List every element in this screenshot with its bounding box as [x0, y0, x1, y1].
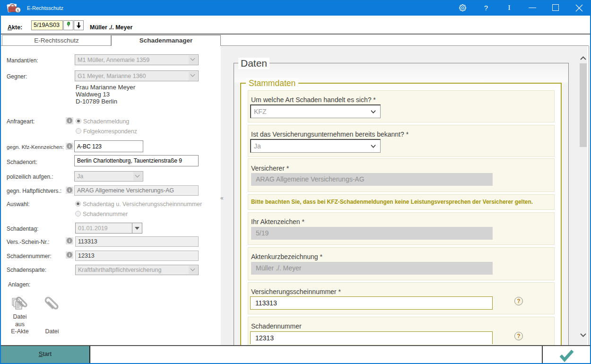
svg-text:§: § — [17, 8, 19, 13]
